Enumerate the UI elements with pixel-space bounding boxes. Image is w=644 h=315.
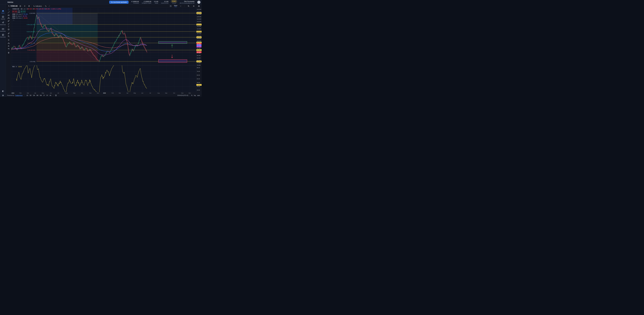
- buy-button[interactable]: 88.460: [21, 10, 25, 13]
- sidebar-item-nachrichten[interactable]: Nachrichten: [0, 28, 6, 32]
- undo-icon: [45, 5, 47, 7]
- price-tick: 85.000: [197, 55, 200, 56]
- sidebar-footer-sliders-icon[interactable]: [0, 94, 6, 97]
- undo-button[interactable]: [44, 5, 48, 7]
- time-tick: Dec: [189, 92, 191, 94]
- sidebar-footer-theme-icon[interactable]: [0, 90, 6, 92]
- tool-lock-drawings-icon[interactable]: [7, 45, 10, 47]
- tool-trend-line-icon[interactable]: [7, 11, 10, 14]
- rsi-badge: 33.43: [196, 84, 202, 86]
- user-info: Dirk Friczewsky dirk.friczewsky@gmail.co…: [180, 1, 194, 4]
- auto-scale-button[interactable]: auto: [196, 94, 201, 96]
- sidebar-item-label: Nachrichten: [0, 37, 6, 38]
- layout-box-icon: [170, 5, 172, 7]
- demo-badge: DEMO: [171, 1, 177, 2]
- save-menu-button[interactable]: [179, 5, 182, 7]
- price-tick: 115.000: [197, 26, 201, 27]
- compare-symbol-button[interactable]: [18, 5, 22, 7]
- range-button-5d[interactable]: 5D: [29, 94, 32, 96]
- range-button-1m[interactable]: 1M: [32, 94, 36, 96]
- sidebar-item-nachrichten[interactable]: Nachrichten: [0, 34, 6, 38]
- powered-by-label: Powered by: [7, 95, 14, 96]
- price-tick: 75.000: [197, 65, 200, 66]
- time-tick: Jul: [58, 92, 59, 94]
- price-chart-pane[interactable]: 1 (128.550)0.764 (116.797)0.618 (109.526…: [11, 8, 196, 65]
- tool-hide-drawings-icon[interactable]: [7, 47, 10, 50]
- tool-text-icon[interactable]: [7, 25, 10, 28]
- percent-scale-button[interactable]: %: [190, 94, 193, 96]
- price-badge: 88.350: [196, 51, 202, 53]
- tool-xabcd-pattern-icon[interactable]: [7, 17, 10, 20]
- tool-ruler-icon[interactable]: [7, 32, 10, 35]
- demo-badge-label: Account: [172, 3, 176, 4]
- time-tick: Aug: [66, 92, 68, 94]
- price-tick: 125.000: [197, 16, 201, 18]
- rsi-tick: 60.00: [197, 74, 200, 76]
- interval-button[interactable]: D: [23, 5, 26, 7]
- symbol-label: VOW3.GE: [10, 5, 18, 7]
- rsi-value: 33.43: [18, 66, 22, 67]
- range-button-1y[interactable]: 1Y: [43, 94, 46, 96]
- sidebar-item-kalender[interactable]: Kalender: [0, 16, 6, 20]
- user-name: Dirk Friczewsky: [184, 1, 194, 2]
- layout-button[interactable]: [169, 5, 172, 7]
- rsi-pane[interactable]: RSI 14 33.43: [11, 65, 196, 92]
- price-tick: 100.000: [197, 40, 201, 42]
- time-tick: Jul: [150, 92, 151, 94]
- quick-search-button[interactable]: [187, 5, 190, 7]
- legend-symbol[interactable]: VOW3.GE · 1D: [12, 8, 22, 10]
- clock-label[interactable]: 23:54:29 (UTC+2): [177, 95, 188, 96]
- tool-parallel-channel-icon[interactable]: [7, 20, 10, 22]
- page-title: Märkte: [8, 1, 14, 3]
- price-badge: 78.750: [196, 61, 202, 62]
- spread-display: 0.11 0.01: [17, 10, 21, 13]
- time-tick: Feb: [19, 92, 22, 94]
- legend-more-button[interactable]: —: [23, 8, 26, 10]
- snapshot-button[interactable]: [197, 5, 201, 7]
- sidebar-item-market-buzz[interactable]: Market Buzz: [0, 21, 6, 25]
- avatar[interactable]: [197, 1, 200, 4]
- time-tick: Aug: [158, 92, 160, 94]
- drawing-toolbar: [6, 8, 11, 94]
- tradingview-link[interactable]: TradingView: [15, 95, 22, 96]
- tool-zoom-in-icon[interactable]: [7, 35, 10, 38]
- rsi-tick: 80.00: [197, 67, 200, 68]
- indicator-legend-row[interactable]: EMA100 close 095.298: [12, 14, 28, 15]
- time-tick: Sep: [165, 92, 167, 94]
- plus-circle-icon: [20, 5, 21, 7]
- sell-button[interactable]: 88.350: [12, 10, 17, 13]
- tool-crosshair-icon[interactable]: [7, 8, 10, 11]
- indicator-legend-row[interactable]: EMA50 close 094.732: [12, 15, 27, 17]
- range-button-1d[interactable]: 1D: [26, 94, 29, 96]
- tool-emoji-icon[interactable]: [7, 28, 10, 31]
- save-button[interactable]: Save Save: [174, 5, 177, 7]
- account-type: DEMO Account: [171, 1, 177, 4]
- chart-style-button[interactable]: [27, 5, 31, 7]
- indicator-legend-row[interactable]: EMA200 close 096.681: [12, 17, 28, 19]
- legend-expand-button[interactable]: ⌄: [12, 20, 14, 21]
- switch-to-live-button[interactable]: Zu Live-Konto wechseln: [109, 1, 129, 4]
- indicators-button[interactable]: Indicators: [32, 5, 43, 7]
- range-button-all[interactable]: All: [49, 94, 52, 96]
- symbol-search-button[interactable]: VOW3.GE: [7, 5, 18, 7]
- tool-fib-retracement-icon[interactable]: [7, 14, 10, 17]
- time-tick: Mar: [119, 92, 121, 94]
- search-icon: [8, 5, 10, 7]
- chart-settings-button[interactable]: [192, 5, 196, 7]
- range-button-6m[interactable]: 6M: [39, 94, 42, 96]
- tool-magnet-icon[interactable]: [7, 39, 10, 42]
- range-button-3m[interactable]: 3M: [36, 94, 39, 96]
- tool-drawing-mode-icon[interactable]: [7, 42, 10, 45]
- tool-remove-drawings-icon[interactable]: [7, 51, 10, 54]
- tool-brush-icon[interactable]: [7, 22, 10, 25]
- sidebar-item-m-rkte[interactable]: Märkte: [0, 10, 6, 14]
- time-axis[interactable]: 2024FebMarAprMayJunJulAugSepOctNovDec202…: [6, 92, 202, 94]
- range-button-5y[interactable]: 5Y: [46, 94, 49, 96]
- redo-button[interactable]: [48, 5, 51, 7]
- indicators-label: Indicators: [36, 5, 42, 7]
- log-scale-button[interactable]: log: [193, 94, 196, 96]
- account-stat: € 0.00Gewinn/Verlust: [161, 1, 168, 4]
- goto-date-button[interactable]: [55, 95, 57, 96]
- app-logo[interactable]: [0, 0, 6, 5]
- price-axis[interactable]: 132.500130.000127.500125.000122.500120.0…: [196, 8, 202, 92]
